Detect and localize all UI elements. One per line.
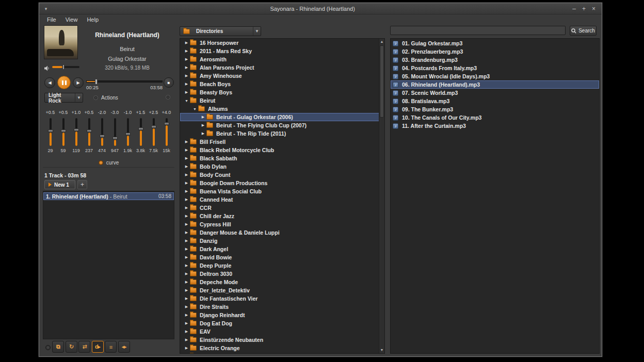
chevron-right-icon[interactable]: ▶	[183, 41, 190, 45]
chevron-right-icon[interactable]: ▶	[183, 198, 190, 202]
eq-slider-handle[interactable]	[112, 137, 118, 140]
eq-slider[interactable]	[57, 118, 70, 146]
track-row[interactable]: ♪08. Bratislava.mp3	[391, 97, 599, 105]
chevron-right-icon[interactable]: ▶	[183, 140, 190, 144]
chevron-right-icon[interactable]: ▶	[183, 214, 190, 218]
chevron-right-icon[interactable]: ▶	[200, 115, 206, 119]
chevron-down-icon[interactable]: ▼	[183, 99, 190, 103]
eq-slider[interactable]	[83, 118, 95, 146]
chevron-right-icon[interactable]: ▶	[183, 189, 190, 193]
tree-item[interactable]: ▶Bill Frisell	[180, 138, 384, 146]
eq-slider[interactable]	[134, 118, 147, 146]
stop-button[interactable]: ■	[164, 77, 174, 88]
chevron-right-icon[interactable]: ▶	[183, 181, 190, 185]
track-row[interactable]: ♪02. Prenzlauerberg.mp3	[391, 47, 599, 56]
chevron-right-icon[interactable]: ▶	[183, 156, 190, 160]
chevron-right-icon[interactable]: ▶	[183, 231, 190, 235]
eq-slider-handle[interactable]	[48, 129, 53, 133]
volume-slider[interactable]	[52, 66, 79, 68]
tree-item[interactable]: ▶Beirut - The Flying Club Cup (2007)	[180, 121, 384, 129]
append-mode-button[interactable]: ⧉	[52, 341, 64, 353]
tree-item[interactable]: ▶Boogie Down Productions	[180, 179, 384, 187]
pause-button[interactable]	[57, 76, 71, 89]
chevron-right-icon[interactable]: ▶	[183, 313, 190, 317]
track-row[interactable]: ♪04. Postcards From Italy.mp3	[391, 64, 599, 72]
tree-item[interactable]: ▶Cypress Hill	[180, 220, 384, 228]
tree-item[interactable]: ▶Canned Heat	[180, 195, 384, 204]
eq-slider-handle[interactable]	[151, 125, 156, 128]
tree-item[interactable]: ▶Danzig	[180, 237, 384, 245]
track-row[interactable]: ♪11. After the Curtain.mp3	[391, 122, 599, 130]
chevron-right-icon[interactable]: ▶	[183, 288, 190, 292]
menu-file[interactable]: File	[42, 15, 61, 24]
eq-slider[interactable]	[108, 118, 121, 146]
tree-item[interactable]: ▶Bob Dylan	[180, 162, 384, 171]
tree-item[interactable]: ▶Beirut - Gulag Orkestar (2006)	[180, 113, 384, 121]
tree-item[interactable]: ▶Aerosmith	[180, 55, 384, 63]
tree-scrollbar[interactable]: ▲ ▼	[379, 39, 384, 353]
chevron-right-icon[interactable]: ▶	[183, 206, 190, 210]
tree-item[interactable]: ▶Die Fantastischen Vier	[180, 294, 384, 303]
repeat-button[interactable]: ↻	[66, 341, 77, 353]
tree-item[interactable]: ▶2011 - Mars Red Sky	[180, 47, 384, 55]
chevron-right-icon[interactable]: ▶	[183, 90, 190, 94]
tree-item[interactable]: ▶Dire Straits	[180, 303, 384, 311]
gapless-button[interactable]: ◂▸	[118, 341, 130, 353]
maximize-button[interactable]: +	[582, 5, 586, 12]
chevron-right-icon[interactable]: ▶	[183, 321, 190, 325]
eq-slider[interactable]	[147, 118, 160, 146]
tree-item[interactable]: ▶Black Sabbath	[180, 154, 384, 162]
tree-item[interactable]: ▼Beirut	[180, 96, 384, 105]
track-row[interactable]: ♪09. The Bunker.mp3	[391, 105, 599, 113]
window-menu-icon[interactable]: ▾	[39, 6, 53, 11]
eq-slider[interactable]	[70, 118, 83, 146]
playlist-menu-button[interactable]	[45, 345, 51, 350]
tree-item[interactable]: ▶Dog Eat Dog	[180, 319, 384, 327]
tree-item[interactable]: ▶Einstürzende Neubauten	[180, 336, 384, 344]
menu-help[interactable]: Help	[82, 15, 103, 24]
tree-item[interactable]: ▶Beasty Boys	[180, 88, 384, 96]
chevron-right-icon[interactable]: ▶	[183, 255, 190, 259]
chevron-down-icon[interactable]: ▼	[253, 27, 261, 36]
chevron-right-icon[interactable]: ▶	[183, 57, 190, 61]
tree-item[interactable]: ▶16 Horsepower	[180, 39, 384, 47]
tree-item[interactable]: ▶Beirut - The Rip Tide (2011)	[180, 129, 384, 138]
tree-item[interactable]: ▶Buena Vista Social Club	[180, 187, 384, 195]
chevron-right-icon[interactable]: ▶	[183, 305, 190, 309]
tree-item[interactable]: ▶Element Of Crime	[180, 352, 384, 354]
tree-item[interactable]: ▶Dark Angel	[180, 245, 384, 253]
previous-button[interactable]: ◀	[44, 77, 55, 88]
eq-slider-handle[interactable]	[100, 135, 105, 138]
chevron-right-icon[interactable]: ▶	[183, 222, 190, 226]
track-row[interactable]: ♪05. Mount Wroclai (Idle Days).mp3	[391, 72, 599, 80]
tree-item[interactable]: ▶Body Count	[180, 171, 384, 179]
tree-item[interactable]: ▶Beach Boys	[180, 80, 384, 88]
playlist-numbers-button[interactable]: ≡	[105, 341, 117, 353]
seek-handle[interactable]	[95, 79, 98, 85]
chevron-down-icon[interactable]: ▼	[191, 107, 198, 111]
add-tab-button[interactable]: +	[77, 180, 87, 189]
chevron-right-icon[interactable]: ▶	[183, 239, 190, 243]
chevron-right-icon[interactable]: ▶	[183, 264, 190, 268]
eq-slider-handle[interactable]	[138, 127, 143, 130]
track-row[interactable]: ♪03. Brandenburg.mp3	[391, 56, 599, 64]
eq-preset-select[interactable]: Light Rock ▼	[44, 93, 83, 103]
volume-handle[interactable]	[62, 64, 65, 70]
chevron-right-icon[interactable]: ▶	[183, 272, 190, 276]
eq-slider-handle[interactable]	[125, 133, 131, 136]
scroll-up-icon[interactable]: ▲	[379, 39, 384, 45]
chevron-right-icon[interactable]: ▶	[183, 247, 190, 251]
tree-item[interactable]: ▶EAV	[180, 327, 384, 336]
tree-item[interactable]: ▼Albums	[180, 105, 384, 113]
tree-item[interactable]: ▶Django Reinhardt	[180, 311, 384, 319]
chevron-right-icon[interactable]: ▶	[183, 338, 190, 342]
tree-item[interactable]: ▶Alan Parsons Project	[180, 63, 384, 72]
chevron-down-icon[interactable]: ▼	[75, 93, 83, 102]
chevron-right-icon[interactable]: ▶	[183, 346, 190, 350]
minimize-button[interactable]: –	[572, 5, 576, 12]
tree-item[interactable]: ▶Amy Winehouse	[180, 72, 384, 80]
search-input[interactable]	[390, 26, 566, 35]
tree-item[interactable]: ▶David Bowie	[180, 253, 384, 261]
eq-slider-handle[interactable]	[74, 128, 79, 131]
next-button[interactable]: ▶	[73, 77, 84, 88]
